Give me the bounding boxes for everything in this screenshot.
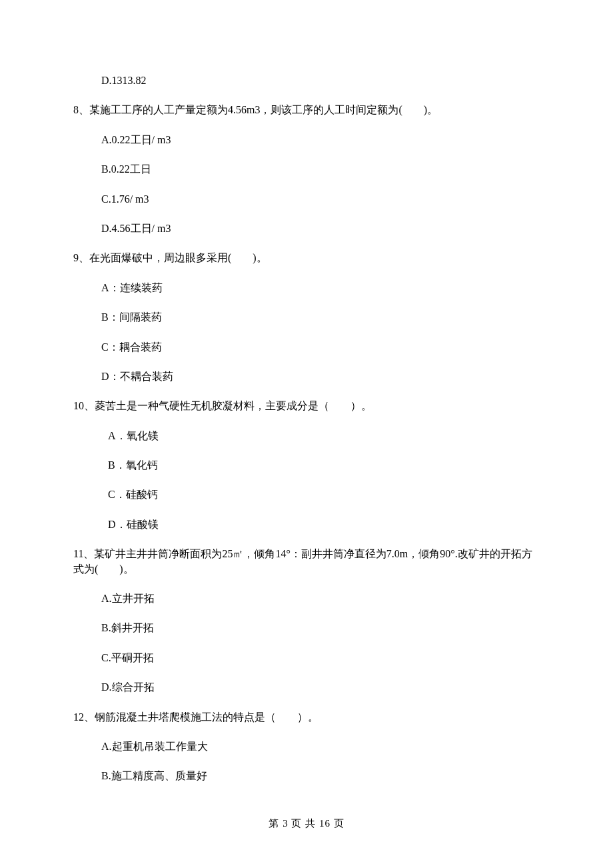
q12-option-a: A.起重机吊装工作量大 <box>73 739 540 754</box>
q9-option-d: D：不耦合装药 <box>73 369 540 384</box>
q9-stem: 9、在光面爆破中，周边眼多采用( )。 <box>73 251 540 265</box>
q10-stem: 10、菱苦土是一种气硬性无机胶凝材料，主要成分是（ ）。 <box>73 399 540 413</box>
q12-stem: 12、钢筋混凝土井塔爬模施工法的特点是（ ）。 <box>73 710 540 725</box>
q8-option-c: C.1.76/ m3 <box>73 192 540 207</box>
q9-option-a: A：连续装药 <box>73 281 540 295</box>
q8-option-d: D.4.56工日/ m3 <box>73 221 540 236</box>
q9-option-b: B：间隔装药 <box>73 310 540 325</box>
q8-stem: 8、某施工工序的人工产量定额为4.56m3，则该工序的人工时间定额为( )。 <box>73 103 540 117</box>
q12-option-b: B.施工精度高、质量好 <box>73 769 540 783</box>
q7-option-d: D.1313.82 <box>73 73 540 88</box>
q11-stem: 11、某矿井主井井筒净断面积为25㎡，倾角14°：副井井筒净直径为7.0m，倾角… <box>73 547 540 577</box>
q11-option-b: B.斜井开拓 <box>73 621 540 635</box>
q11-option-d: D.综合开拓 <box>73 680 540 695</box>
q11-option-a: A.立井开拓 <box>73 591 540 606</box>
q11-option-c: C.平硐开拓 <box>73 651 540 665</box>
page-footer: 第 3 页 共 16 页 <box>0 817 613 831</box>
q10-option-a: A．氧化镁 <box>73 429 540 443</box>
q10-option-b: B．氧化钙 <box>73 458 540 473</box>
page-content: D.1313.82 8、某施工工序的人工产量定额为4.56m3，则该工序的人工时… <box>0 0 613 784</box>
q10-option-c: C．硅酸钙 <box>73 487 540 502</box>
q10-option-d: D．硅酸镁 <box>73 517 540 532</box>
q9-option-c: C：耦合装药 <box>73 340 540 355</box>
q8-option-a: A.0.22工日/ m3 <box>73 133 540 147</box>
q8-option-b: B.0.22工日 <box>73 162 540 177</box>
